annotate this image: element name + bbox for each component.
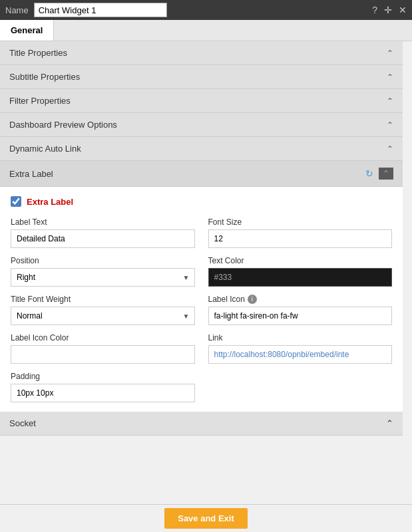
label-icon-color-group: Label Icon Color (11, 333, 195, 364)
position-select-wrapper: Left Right Center (11, 268, 195, 287)
section-extra-label-header[interactable]: Extra Label ↻ ⌃ (0, 161, 403, 187)
font-weight-select[interactable]: Normal Bold Lighter (11, 307, 195, 325)
info-icon[interactable]: i (248, 295, 257, 304)
padding-input[interactable] (11, 384, 195, 402)
footer: Save and Exit (0, 504, 412, 532)
label-text-group: Label Text (11, 217, 195, 248)
label-icon-color-label: Label Icon Color (11, 333, 195, 342)
chevron-up-icon-4: ⌃ (387, 120, 393, 130)
chevron-up-icon-socket: ⌃ (386, 418, 393, 428)
label-icon-color-input[interactable] (11, 345, 195, 364)
section-filter-properties[interactable]: Filter Properties ⌃ (0, 89, 403, 113)
position-select[interactable]: Left Right Center (11, 268, 195, 287)
extra-label-checkbox-label: Extra Label (27, 197, 73, 207)
collapse-button[interactable]: ⌃ (379, 168, 393, 180)
socket-label: Socket (9, 418, 36, 428)
label-icon-group: Label Icon i (208, 295, 393, 325)
extra-label-checkbox-row: Extra Label (11, 196, 392, 207)
main-content: Title Properties ⌃ Subtitle Properties ⌃… (0, 41, 412, 532)
extra-label-fields: Label Text Font Size Position Left Right (11, 217, 392, 402)
label-text-label: Label Text (11, 217, 195, 227)
section-dashboard-preview[interactable]: Dashboard Preview Options ⌃ (0, 113, 403, 137)
tab-bar: General (0, 20, 412, 41)
widget-title-input[interactable] (34, 3, 167, 17)
chevron-up-icon-2: ⌃ (387, 72, 393, 82)
extra-label-form: Extra Label Label Text Font Size Positio… (0, 187, 403, 412)
font-weight-group: Title Font Weight Normal Bold Lighter (11, 295, 195, 325)
font-size-input[interactable] (208, 229, 393, 248)
extra-label-actions: ↻ ⌃ (365, 168, 393, 180)
label-icon-input[interactable] (208, 307, 393, 325)
font-weight-label: Title Font Weight (11, 295, 195, 304)
position-group: Position Left Right Center (11, 256, 195, 287)
font-weight-select-wrapper: Normal Bold Lighter (11, 307, 195, 325)
section-dynamic-auto-link[interactable]: Dynamic Auto Link ⌃ (0, 137, 403, 161)
section-subtitle-label: Subtitle Properties (9, 72, 80, 82)
dialog-header: Name ? ✛ ✕ (0, 0, 412, 20)
section-subtitle-properties[interactable]: Subtitle Properties ⌃ (0, 65, 403, 89)
label-text-input[interactable] (11, 229, 195, 248)
move-icon[interactable]: ✛ (384, 5, 392, 15)
padding-group: Padding (11, 372, 195, 402)
tab-general[interactable]: General (0, 20, 54, 41)
extra-label-checkbox[interactable] (11, 196, 21, 207)
scroll-area[interactable]: Title Properties ⌃ Subtitle Properties ⌃… (0, 41, 412, 532)
section-dynamic-label: Dynamic Auto Link (9, 144, 81, 154)
text-color-label: Text Color (208, 256, 393, 265)
chevron-up-icon-3: ⌃ (387, 96, 393, 106)
section-socket[interactable]: Socket ⌃ (0, 412, 403, 436)
link-label: Link (208, 333, 393, 342)
help-icon[interactable]: ? (372, 5, 377, 15)
font-size-group: Font Size (208, 217, 393, 248)
chevron-up-icon: ⌃ (387, 49, 393, 58)
save-exit-button[interactable]: Save and Exit (164, 508, 248, 529)
position-label: Position (11, 256, 195, 265)
label-icon-label: Label Icon i (208, 295, 393, 304)
refresh-icon[interactable]: ↻ (365, 168, 373, 179)
section-title-label: Title Properties (9, 48, 67, 58)
close-icon[interactable]: ✕ (399, 5, 407, 15)
padding-label: Padding (11, 372, 195, 381)
section-title-properties[interactable]: Title Properties ⌃ (0, 41, 403, 65)
chevron-up-icon-5: ⌃ (387, 144, 393, 154)
font-size-label: Font Size (208, 217, 393, 227)
header-icons: ? ✛ ✕ (372, 5, 407, 15)
link-group: Link (208, 333, 393, 364)
link-input[interactable] (208, 345, 393, 364)
text-color-input[interactable] (208, 268, 393, 287)
section-dashboard-label: Dashboard Preview Options (9, 120, 117, 130)
name-label: Name (5, 5, 29, 15)
section-filter-label: Filter Properties (9, 96, 71, 106)
text-color-group: Text Color (208, 256, 393, 287)
section-extra-label-title: Extra Label (9, 169, 53, 179)
